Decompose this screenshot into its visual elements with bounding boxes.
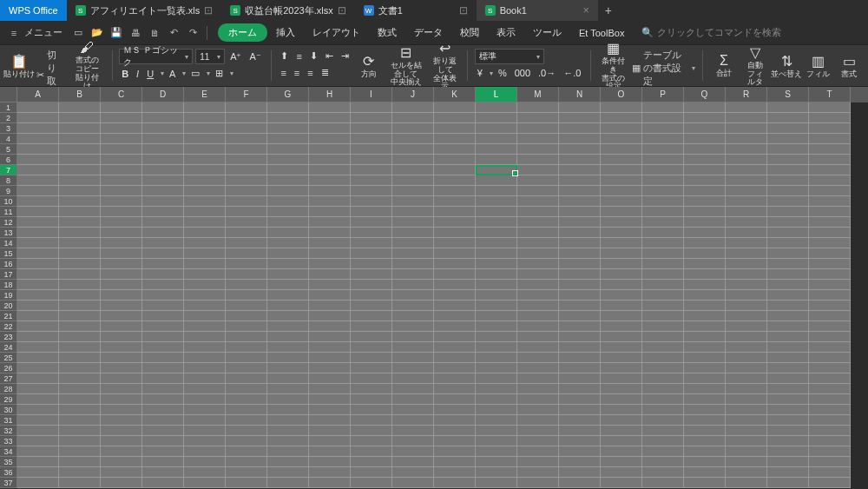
cell[interactable] (767, 332, 809, 342)
cell[interactable] (434, 248, 476, 259)
cell[interactable] (517, 332, 559, 342)
cell[interactable] (767, 467, 809, 478)
cell[interactable] (726, 332, 767, 342)
cell[interactable] (392, 311, 434, 321)
cell[interactable] (226, 269, 267, 280)
cell[interactable] (809, 228, 851, 238)
cell[interactable] (517, 102, 559, 113)
cell[interactable] (517, 311, 559, 321)
cell[interactable] (601, 155, 642, 165)
cell[interactable] (101, 269, 142, 280)
cell[interactable] (684, 363, 726, 373)
cell[interactable] (17, 301, 59, 311)
cell[interactable] (767, 280, 809, 290)
cell[interactable] (767, 353, 809, 363)
cell[interactable] (184, 311, 226, 321)
cell[interactable] (767, 436, 809, 446)
cell[interactable] (726, 155, 767, 165)
cell[interactable] (142, 217, 184, 228)
align-left-button[interactable]: ≡ (278, 66, 288, 80)
cell[interactable] (142, 248, 184, 259)
cell[interactable] (476, 478, 517, 488)
cell[interactable] (101, 238, 142, 248)
cell[interactable] (726, 134, 767, 144)
cell[interactable] (142, 321, 184, 332)
cell[interactable] (59, 280, 101, 290)
cell[interactable] (142, 415, 184, 426)
cell[interactable] (267, 342, 309, 353)
cell[interactable] (351, 415, 392, 426)
cell[interactable] (642, 175, 684, 186)
cell[interactable] (559, 102, 601, 113)
cell[interactable] (392, 217, 434, 228)
cell[interactable] (267, 238, 309, 248)
cell[interactable] (226, 165, 267, 175)
row-header[interactable]: 3 (0, 123, 17, 134)
cell[interactable] (642, 426, 684, 436)
cell[interactable] (59, 436, 101, 446)
cell[interactable] (17, 446, 59, 457)
cell[interactable] (101, 165, 142, 175)
cell[interactable] (351, 457, 392, 467)
cell[interactable] (184, 384, 226, 394)
row-header[interactable]: 28 (0, 384, 17, 394)
cell[interactable] (17, 248, 59, 259)
cell[interactable] (559, 353, 601, 363)
table-format-label[interactable]: テーブルの書式設定 (643, 49, 687, 88)
cell[interactable] (434, 280, 476, 290)
cell[interactable] (726, 248, 767, 259)
cell[interactable] (476, 290, 517, 301)
cell[interactable] (601, 102, 642, 113)
cell[interactable] (267, 144, 309, 155)
open-icon[interactable]: 📂 (89, 24, 106, 42)
cell[interactable] (59, 165, 101, 175)
cell[interactable] (767, 113, 809, 123)
cell[interactable] (434, 301, 476, 311)
column-header[interactable]: E (184, 87, 226, 102)
cell[interactable] (309, 186, 351, 196)
cell[interactable] (601, 144, 642, 155)
cell[interactable] (767, 384, 809, 394)
cell[interactable] (59, 134, 101, 144)
redo-icon[interactable]: ↷ (184, 24, 201, 42)
cell[interactable] (184, 373, 226, 384)
row-header[interactable]: 22 (0, 321, 17, 332)
cell[interactable] (726, 113, 767, 123)
cell[interactable] (17, 217, 59, 228)
cell[interactable] (684, 259, 726, 269)
cell[interactable] (601, 415, 642, 426)
cell[interactable] (559, 446, 601, 457)
font-name-select[interactable]: ＭＳ Ｐゴシック▾ (119, 49, 193, 64)
cell[interactable] (309, 373, 351, 384)
cell[interactable] (559, 175, 601, 186)
cell[interactable] (17, 207, 59, 217)
cell[interactable] (726, 217, 767, 228)
cell[interactable] (434, 394, 476, 405)
tab-view[interactable]: 表示 (488, 23, 524, 43)
cell[interactable] (476, 248, 517, 259)
cell[interactable] (184, 478, 226, 488)
cell[interactable] (767, 248, 809, 259)
cell[interactable] (642, 457, 684, 467)
cell[interactable] (684, 436, 726, 446)
cell[interactable] (684, 165, 726, 175)
cell[interactable] (142, 332, 184, 342)
cell[interactable] (267, 269, 309, 280)
cell[interactable] (726, 436, 767, 446)
cell[interactable] (642, 467, 684, 478)
cell[interactable] (309, 207, 351, 217)
cell[interactable] (767, 238, 809, 248)
cell[interactable] (517, 155, 559, 165)
cell[interactable] (601, 113, 642, 123)
cell[interactable] (101, 186, 142, 196)
cell[interactable] (684, 134, 726, 144)
cell[interactable] (101, 436, 142, 446)
cell[interactable] (59, 478, 101, 488)
cell[interactable] (642, 102, 684, 113)
tab-insert[interactable]: 挿入 (267, 23, 304, 43)
cell[interactable] (392, 102, 434, 113)
cell[interactable] (226, 384, 267, 394)
cell[interactable] (226, 373, 267, 384)
cell[interactable] (809, 342, 851, 353)
cell[interactable] (684, 332, 726, 342)
